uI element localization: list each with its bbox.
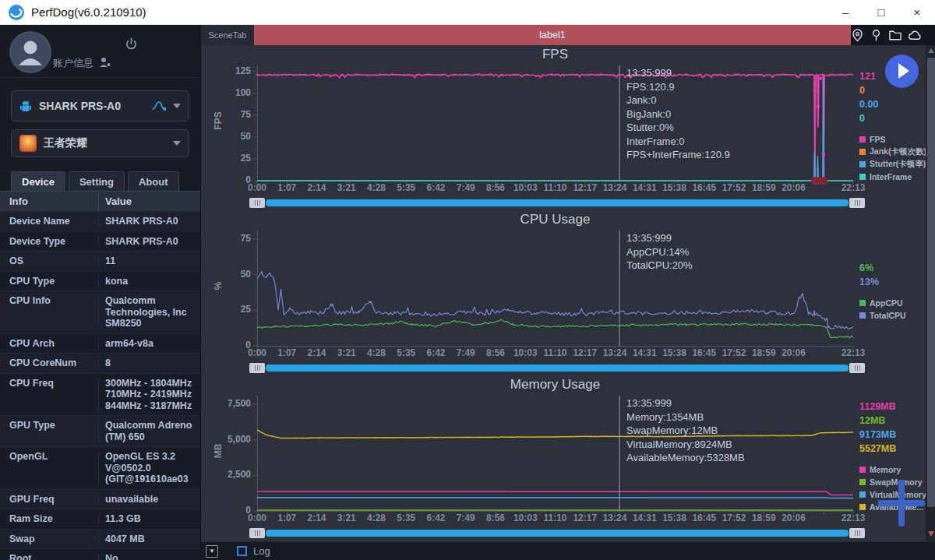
scrollbar-handle-right[interactable] [849,528,865,538]
legend-item[interactable]: Memory [859,463,926,476]
folder-icon[interactable] [888,29,902,42]
crosshair-button[interactable] [878,480,925,527]
chevron-down-icon[interactable] [173,104,181,108]
info-row-label: Device Type [0,236,98,248]
maximize-button[interactable]: □ [863,0,899,24]
x-tick-label: 0:00 [248,512,266,523]
info-row-value: SHARK PRS-A0 [98,236,200,248]
label-tab[interactable]: label1 [254,25,851,45]
avatar[interactable] [9,31,51,73]
app-selector[interactable]: 王者荣耀 [11,129,189,157]
x-tick-label: 1:07 [277,347,296,358]
legend-swatch [859,174,866,180]
log-label: Log [253,545,270,557]
info-row-value: 11.3 GB [98,513,200,525]
location-icon[interactable] [851,29,864,42]
chart-title: CPU Usage [257,212,853,227]
info-row: OS11 [0,252,200,272]
x-tick-label: 7:49 [457,347,475,358]
power-icon[interactable] [125,37,138,51]
x-tick-label: 4:28 [367,512,386,523]
legend-item[interactable]: TotalCPU [859,309,926,322]
x-tick-label: 22:13 [842,512,866,523]
x-tick-label: 16:45 [692,512,716,523]
x-tick-label: 4:28 [367,347,386,358]
x-axis-labels: 0:001:072:143:214:285:356:427:498:5610:0… [257,347,853,360]
x-tick-label: 20:06 [782,347,806,358]
x-tick-label: 14:31 [633,182,657,193]
series-current-value: 6% [859,262,926,276]
x-tick-label: 18:59 [752,512,776,523]
info-row-label: Root [0,553,98,560]
scrollbar-track[interactable] [266,530,849,537]
scroll-up-icon[interactable] [928,48,934,53]
play-button[interactable] [885,55,919,88]
h-scrollbar[interactable] [249,528,865,538]
x-tick-label: 13:24 [603,512,627,523]
log-checkbox[interactable] [237,546,247,556]
info-row: CPU Freq300MHz - 1804MHz 710MHz - 2419MH… [0,374,200,417]
scrollbar-track[interactable] [266,365,849,372]
info-row-label: OpenGL [0,451,98,485]
cloud-icon[interactable] [908,29,923,42]
scrollbar-track[interactable] [266,199,849,206]
app-title: PerfDog(v6.0.210910) [31,5,146,19]
minimize-button[interactable]: – [827,0,863,24]
scroll-down-icon[interactable] [928,531,934,537]
x-tick-label: 10:03 [513,347,538,358]
v-scrollbar[interactable] [926,45,935,541]
scrollbar-handle-left[interactable] [249,198,265,208]
device-selector[interactable]: SHARK PRS-A0 [11,90,189,122]
series-current-value: 9173MB [859,429,926,443]
scroll-thumb[interactable] [927,58,935,507]
main-panel: SceneTab label1 [201,25,935,560]
scrollbar-handle-left[interactable] [249,528,265,538]
scrollbar-handle-right[interactable] [849,198,865,208]
device-name: SHARK PRS-A0 [39,100,151,112]
y-tick-label: 75 [212,233,251,244]
chart-legend: FPSJank(卡顿次数)Stutter(卡顿率)InterFrame [859,133,926,183]
h-scrollbar[interactable] [249,363,865,373]
x-tick-label: 16:45 [692,182,716,193]
close-button[interactable]: × [899,0,935,24]
legend-item[interactable]: AppCPU [859,297,926,309]
series-current-value: 0 [859,113,926,127]
collapse-button[interactable]: ▼ [206,545,218,558]
scrollbar-handle-right[interactable] [849,363,865,373]
account-manage-icon[interactable] [99,57,111,68]
usb-icon[interactable] [151,99,167,113]
info-row-value: unavailable [98,494,200,505]
drop-pin-icon[interactable] [870,29,883,42]
x-tick-label: 3:21 [337,347,356,358]
legend-item[interactable]: InterFrame [859,171,926,183]
x-tick-label: 0:00 [248,182,266,193]
chevron-down-icon[interactable] [173,141,181,146]
sidebar-tabs: Device Setting About [11,171,200,191]
tab-device[interactable]: Device [11,171,65,191]
chart-title: Memory Usage [257,377,853,393]
y-tick-label: 7,500 [212,398,251,409]
account-label[interactable]: 账户信息 [53,56,94,70]
legend-swatch [859,504,866,510]
x-tick-label: 12:17 [573,512,597,523]
legend-item[interactable]: Stutter(卡顿率) [859,158,926,171]
info-row-value: OpenGL ES 3.2 V@0502.0 (GIT@191610ae03 [98,451,200,485]
series-current-value: 0 [859,85,926,99]
x-tick-label: 1:07 [277,512,296,523]
x-tick-label: 2:14 [307,347,326,358]
legend-swatch [859,491,866,498]
x-tick-label: 16:45 [692,347,716,358]
scene-tab[interactable]: SceneTab [201,25,254,45]
info-row-value: No [98,553,200,560]
h-scrollbar[interactable] [249,198,865,208]
legend-item[interactable]: Jank(卡顿次数) [859,146,926,158]
legend-label: TotalCPU [870,311,905,320]
x-tick-label: 14:31 [633,512,657,523]
tab-about[interactable]: About [128,171,179,191]
x-tick-label: 6:42 [426,347,445,358]
tab-setting[interactable]: Setting [69,171,125,191]
scrollbar-handle-left[interactable] [249,363,265,373]
legend-item[interactable]: FPS [859,133,926,146]
x-tick-label: 11:10 [543,347,566,358]
legend-label: FPS [870,135,885,144]
